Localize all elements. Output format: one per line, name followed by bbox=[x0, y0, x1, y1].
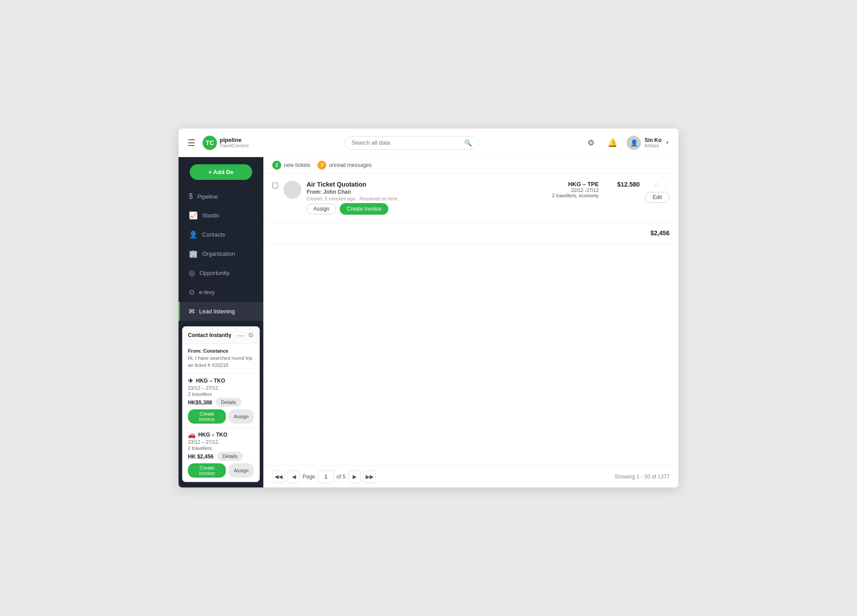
details-button-2[interactable]: Details bbox=[217, 452, 243, 461]
sidebar-item-stastic[interactable]: 📈 Stastic bbox=[179, 206, 263, 225]
more-options-button[interactable]: ⋮ bbox=[662, 181, 670, 189]
ticket-route: HKG – TPE 22/12 -27/12 2 travellers, eco… bbox=[536, 181, 599, 198]
prev-page-button[interactable]: ◀ bbox=[287, 470, 300, 483]
sidebar-item-opportunity[interactable]: ◎ Opportunity bbox=[179, 263, 263, 283]
assign-button-1[interactable]: Assign bbox=[229, 409, 254, 424]
assign-button-2[interactable]: Assign bbox=[229, 463, 254, 478]
create-invoice-button-1[interactable]: Create Invoice bbox=[188, 409, 226, 424]
from-name: John Chan bbox=[323, 189, 351, 195]
header-actions: ⚙ 🔔 👤 Sin Ko Airbare ▼ bbox=[584, 136, 670, 150]
ticket-list: Air Ticket Quotation From: John Chan Clo… bbox=[263, 174, 678, 466]
amount-value: $2,456 bbox=[650, 229, 670, 237]
sidebar-item-pipeline[interactable]: $ Pipeline bbox=[179, 187, 263, 206]
ticket-edit-actions: ☆ ⋮ Edit bbox=[645, 181, 670, 203]
ticket-price: $12.580 bbox=[604, 181, 640, 188]
route-label: HKG – TPE bbox=[536, 181, 599, 187]
sidebar-item-contacts[interactable]: 👤 Contacts bbox=[179, 225, 263, 244]
car-actions-2: Create Invoice Assign bbox=[188, 463, 254, 478]
header: ☰ TC pipeline TravelConnect 🔍 ⚙ 🔔 👤 Sin … bbox=[179, 129, 678, 157]
avatar: 👤 bbox=[627, 136, 641, 150]
car-route-label: HKG – TKO bbox=[198, 432, 227, 438]
app-window: ☰ TC pipeline TravelConnect 🔍 ⚙ 🔔 👤 Sin … bbox=[179, 129, 678, 487]
menu-icon[interactable]: ☰ bbox=[187, 137, 196, 148]
ticket-title: Air Ticket Quotation bbox=[307, 181, 531, 188]
unread-messages-label: unread messages bbox=[329, 162, 371, 168]
chat-text: Hi, I have searched round trip air ticke… bbox=[188, 355, 254, 369]
ticket-status: Closed: 5 minutes ago , Resolved on time bbox=[307, 196, 531, 201]
contact-panel-title: Contact Instantly bbox=[188, 332, 231, 338]
page-label: Page bbox=[303, 474, 315, 480]
next-page-button[interactable]: ▶ bbox=[348, 470, 361, 483]
unread-messages-count: 7 bbox=[317, 161, 326, 170]
of-label: of 5 bbox=[337, 474, 345, 480]
details-button-1[interactable]: Details bbox=[216, 398, 241, 407]
notification-button[interactable]: 🔔 bbox=[605, 136, 620, 150]
car-route-2: 🚗 HKG – TKO bbox=[188, 431, 254, 438]
main-content: 2 new tickets 7 unread messages Air Tick… bbox=[263, 157, 678, 487]
first-page-button[interactable]: ◀◀ bbox=[272, 470, 285, 483]
star-button[interactable]: ☆ bbox=[653, 181, 660, 189]
user-info[interactable]: 👤 Sin Ko Airbare ▼ bbox=[627, 136, 670, 150]
flight-item-1: ✈ HKG – TKO 23/12 – 27/12, 2 travellers … bbox=[183, 374, 259, 428]
car-dates-2: 23/12 – 27/12, bbox=[188, 439, 254, 445]
body: + Add De $ Pipeline 📈 Stastic 👤 Contacts… bbox=[179, 157, 678, 487]
expand-button[interactable]: ⧉ bbox=[248, 330, 254, 340]
page-input[interactable] bbox=[318, 470, 334, 483]
ticket-avatar bbox=[283, 181, 301, 199]
user-company: Airbare bbox=[645, 143, 661, 148]
flight-icon: ✈ bbox=[188, 377, 193, 384]
showing-label: Showing 1 - 30 of 1377 bbox=[615, 474, 670, 480]
amount-row: $2,456 bbox=[263, 222, 678, 244]
logo-text: pipeline TravelConnect bbox=[220, 137, 249, 148]
settings-button[interactable]: ⚙ bbox=[584, 136, 598, 150]
contact-panel-actions: — ⧉ bbox=[237, 330, 254, 340]
edit-button[interactable]: Edit bbox=[645, 192, 670, 203]
unread-messages-badge: 7 unread messages bbox=[317, 161, 371, 170]
sidebar-item-label: Lead listening bbox=[199, 308, 235, 315]
sidebar-item-label: Pipeline bbox=[197, 193, 218, 200]
contacts-icon: 👤 bbox=[189, 230, 198, 239]
ticket-checkbox[interactable] bbox=[272, 183, 278, 188]
new-tickets-count: 2 bbox=[272, 161, 281, 170]
opportunity-icon: ◎ bbox=[189, 269, 195, 277]
pagination-controls: ◀◀ ◀ Page of 5 ▶ ▶▶ bbox=[272, 470, 376, 483]
assign-ticket-button[interactable]: Assign bbox=[307, 204, 336, 214]
sidebar-item-label: Opportunity bbox=[200, 270, 229, 276]
search-bar: 🔍 bbox=[345, 136, 478, 150]
flight-pax-1: 2 travellers bbox=[188, 391, 254, 397]
route-pax: 2 travellers, economy bbox=[536, 193, 599, 198]
search-input[interactable] bbox=[351, 139, 461, 146]
e-levy-icon: ⊙ bbox=[189, 288, 195, 296]
sidebar-item-e-levy[interactable]: ⊙ e-levy bbox=[179, 283, 263, 302]
route-dates: 22/12 -27/12 bbox=[536, 187, 599, 193]
sidebar-item-label: e-levy bbox=[199, 289, 215, 296]
table-row: Air Ticket Quotation From: John Chan Clo… bbox=[263, 174, 678, 222]
ticket-actions: Assign Create Invoice bbox=[307, 203, 531, 215]
price-value: $12.580 bbox=[604, 181, 640, 188]
car-pax-2: 2 travellers bbox=[188, 445, 254, 451]
stastic-icon: 📈 bbox=[189, 211, 198, 220]
car-icon: 🚗 bbox=[188, 431, 196, 438]
sidebar-item-label: Stastic bbox=[202, 212, 220, 219]
lead-listening-icon: ✉ bbox=[189, 307, 195, 316]
create-invoice-button-2[interactable]: Create Invoice bbox=[188, 463, 226, 478]
chat-from: From: Constance bbox=[188, 348, 254, 354]
add-button[interactable]: + Add De bbox=[190, 164, 252, 180]
sidebar-item-organization[interactable]: 🏢 Organization bbox=[179, 244, 263, 263]
flight-dates-1: 23/12 – 27/12, bbox=[188, 385, 254, 391]
user-name: Sin Ko bbox=[645, 137, 661, 143]
notifications-bar: 2 new tickets 7 unread messages bbox=[263, 157, 678, 174]
flight-price-1: HK$5,388 bbox=[188, 400, 212, 406]
sidebar: + Add De $ Pipeline 📈 Stastic 👤 Contacts… bbox=[179, 157, 263, 487]
contact-panel: Contact Instantly — ⧉ From: Constance Hi… bbox=[182, 326, 260, 482]
logo: TC pipeline TravelConnect bbox=[203, 136, 249, 150]
ticket-info: Air Ticket Quotation From: John Chan Clo… bbox=[307, 181, 531, 215]
pagination-bar: ◀◀ ◀ Page of 5 ▶ ▶▶ Showing 1 - 30 of 13… bbox=[263, 466, 678, 487]
sidebar-item-lead-listening[interactable]: ✉ Lead listening bbox=[179, 302, 263, 321]
chat-message: From: Constance Hi, I have searched roun… bbox=[183, 344, 259, 374]
chevron-down-icon: ▼ bbox=[665, 140, 670, 145]
create-invoice-ticket-button[interactable]: Create Invoice bbox=[340, 203, 388, 215]
organization-icon: 🏢 bbox=[189, 250, 198, 258]
last-page-button[interactable]: ▶▶ bbox=[363, 470, 376, 483]
minimize-button[interactable]: — bbox=[237, 330, 245, 340]
